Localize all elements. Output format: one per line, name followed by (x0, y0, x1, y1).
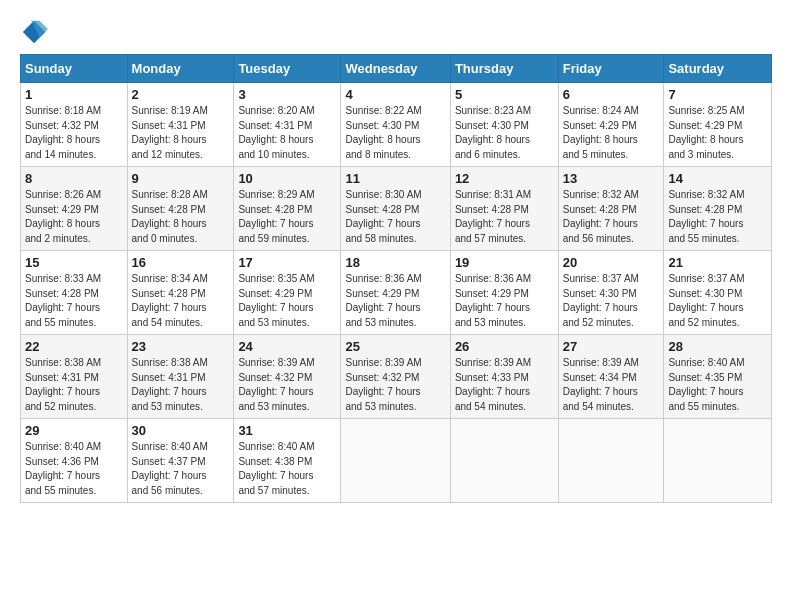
day-number: 20 (563, 255, 660, 270)
col-header-wednesday: Wednesday (341, 55, 450, 83)
calendar-cell: 10Sunrise: 8:29 AM Sunset: 4:28 PM Dayli… (234, 167, 341, 251)
day-info: Sunrise: 8:40 AM Sunset: 4:38 PM Dayligh… (238, 440, 336, 498)
logo (20, 18, 50, 46)
day-info: Sunrise: 8:36 AM Sunset: 4:29 PM Dayligh… (455, 272, 554, 330)
day-info: Sunrise: 8:39 AM Sunset: 4:34 PM Dayligh… (563, 356, 660, 414)
calendar-cell: 4Sunrise: 8:22 AM Sunset: 4:30 PM Daylig… (341, 83, 450, 167)
day-number: 22 (25, 339, 123, 354)
calendar-cell (664, 419, 772, 503)
calendar-cell: 17Sunrise: 8:35 AM Sunset: 4:29 PM Dayli… (234, 251, 341, 335)
day-number: 26 (455, 339, 554, 354)
calendar-cell: 27Sunrise: 8:39 AM Sunset: 4:34 PM Dayli… (558, 335, 664, 419)
day-number: 9 (132, 171, 230, 186)
day-number: 17 (238, 255, 336, 270)
calendar-week-5: 29Sunrise: 8:40 AM Sunset: 4:36 PM Dayli… (21, 419, 772, 503)
day-info: Sunrise: 8:23 AM Sunset: 4:30 PM Dayligh… (455, 104, 554, 162)
calendar-cell: 11Sunrise: 8:30 AM Sunset: 4:28 PM Dayli… (341, 167, 450, 251)
day-number: 1 (25, 87, 123, 102)
day-info: Sunrise: 8:20 AM Sunset: 4:31 PM Dayligh… (238, 104, 336, 162)
day-info: Sunrise: 8:18 AM Sunset: 4:32 PM Dayligh… (25, 104, 123, 162)
day-number: 7 (668, 87, 767, 102)
day-number: 11 (345, 171, 445, 186)
calendar-cell: 30Sunrise: 8:40 AM Sunset: 4:37 PM Dayli… (127, 419, 234, 503)
calendar-week-1: 1Sunrise: 8:18 AM Sunset: 4:32 PM Daylig… (21, 83, 772, 167)
day-info: Sunrise: 8:28 AM Sunset: 4:28 PM Dayligh… (132, 188, 230, 246)
calendar-cell: 6Sunrise: 8:24 AM Sunset: 4:29 PM Daylig… (558, 83, 664, 167)
day-number: 30 (132, 423, 230, 438)
day-number: 25 (345, 339, 445, 354)
calendar-cell: 7Sunrise: 8:25 AM Sunset: 4:29 PM Daylig… (664, 83, 772, 167)
calendar-cell: 25Sunrise: 8:39 AM Sunset: 4:32 PM Dayli… (341, 335, 450, 419)
calendar-week-3: 15Sunrise: 8:33 AM Sunset: 4:28 PM Dayli… (21, 251, 772, 335)
calendar-cell: 24Sunrise: 8:39 AM Sunset: 4:32 PM Dayli… (234, 335, 341, 419)
day-info: Sunrise: 8:39 AM Sunset: 4:33 PM Dayligh… (455, 356, 554, 414)
day-info: Sunrise: 8:29 AM Sunset: 4:28 PM Dayligh… (238, 188, 336, 246)
calendar-header-row: SundayMondayTuesdayWednesdayThursdayFrid… (21, 55, 772, 83)
day-number: 10 (238, 171, 336, 186)
col-header-tuesday: Tuesday (234, 55, 341, 83)
day-info: Sunrise: 8:40 AM Sunset: 4:36 PM Dayligh… (25, 440, 123, 498)
calendar-cell (450, 419, 558, 503)
day-info: Sunrise: 8:38 AM Sunset: 4:31 PM Dayligh… (132, 356, 230, 414)
calendar-cell: 31Sunrise: 8:40 AM Sunset: 4:38 PM Dayli… (234, 419, 341, 503)
page: SundayMondayTuesdayWednesdayThursdayFrid… (0, 0, 792, 515)
logo-icon (20, 18, 48, 46)
day-number: 31 (238, 423, 336, 438)
day-info: Sunrise: 8:34 AM Sunset: 4:28 PM Dayligh… (132, 272, 230, 330)
calendar-cell: 1Sunrise: 8:18 AM Sunset: 4:32 PM Daylig… (21, 83, 128, 167)
col-header-friday: Friday (558, 55, 664, 83)
day-number: 13 (563, 171, 660, 186)
calendar-cell: 14Sunrise: 8:32 AM Sunset: 4:28 PM Dayli… (664, 167, 772, 251)
col-header-saturday: Saturday (664, 55, 772, 83)
day-info: Sunrise: 8:39 AM Sunset: 4:32 PM Dayligh… (345, 356, 445, 414)
calendar-cell: 15Sunrise: 8:33 AM Sunset: 4:28 PM Dayli… (21, 251, 128, 335)
calendar-cell: 19Sunrise: 8:36 AM Sunset: 4:29 PM Dayli… (450, 251, 558, 335)
day-info: Sunrise: 8:25 AM Sunset: 4:29 PM Dayligh… (668, 104, 767, 162)
calendar-cell: 26Sunrise: 8:39 AM Sunset: 4:33 PM Dayli… (450, 335, 558, 419)
day-info: Sunrise: 8:38 AM Sunset: 4:31 PM Dayligh… (25, 356, 123, 414)
day-info: Sunrise: 8:40 AM Sunset: 4:35 PM Dayligh… (668, 356, 767, 414)
day-info: Sunrise: 8:31 AM Sunset: 4:28 PM Dayligh… (455, 188, 554, 246)
calendar-week-4: 22Sunrise: 8:38 AM Sunset: 4:31 PM Dayli… (21, 335, 772, 419)
day-info: Sunrise: 8:37 AM Sunset: 4:30 PM Dayligh… (668, 272, 767, 330)
day-info: Sunrise: 8:30 AM Sunset: 4:28 PM Dayligh… (345, 188, 445, 246)
calendar-cell: 28Sunrise: 8:40 AM Sunset: 4:35 PM Dayli… (664, 335, 772, 419)
calendar-cell: 23Sunrise: 8:38 AM Sunset: 4:31 PM Dayli… (127, 335, 234, 419)
day-info: Sunrise: 8:36 AM Sunset: 4:29 PM Dayligh… (345, 272, 445, 330)
calendar-cell: 5Sunrise: 8:23 AM Sunset: 4:30 PM Daylig… (450, 83, 558, 167)
day-number: 16 (132, 255, 230, 270)
day-number: 19 (455, 255, 554, 270)
day-number: 8 (25, 171, 123, 186)
day-number: 15 (25, 255, 123, 270)
calendar-cell: 20Sunrise: 8:37 AM Sunset: 4:30 PM Dayli… (558, 251, 664, 335)
header (20, 18, 772, 46)
calendar-cell: 16Sunrise: 8:34 AM Sunset: 4:28 PM Dayli… (127, 251, 234, 335)
day-number: 28 (668, 339, 767, 354)
calendar-cell: 29Sunrise: 8:40 AM Sunset: 4:36 PM Dayli… (21, 419, 128, 503)
day-info: Sunrise: 8:35 AM Sunset: 4:29 PM Dayligh… (238, 272, 336, 330)
calendar-week-2: 8Sunrise: 8:26 AM Sunset: 4:29 PM Daylig… (21, 167, 772, 251)
calendar-cell (558, 419, 664, 503)
day-info: Sunrise: 8:26 AM Sunset: 4:29 PM Dayligh… (25, 188, 123, 246)
calendar-cell: 21Sunrise: 8:37 AM Sunset: 4:30 PM Dayli… (664, 251, 772, 335)
day-number: 4 (345, 87, 445, 102)
calendar-cell: 8Sunrise: 8:26 AM Sunset: 4:29 PM Daylig… (21, 167, 128, 251)
col-header-sunday: Sunday (21, 55, 128, 83)
day-number: 23 (132, 339, 230, 354)
day-number: 14 (668, 171, 767, 186)
calendar-cell: 22Sunrise: 8:38 AM Sunset: 4:31 PM Dayli… (21, 335, 128, 419)
day-info: Sunrise: 8:32 AM Sunset: 4:28 PM Dayligh… (563, 188, 660, 246)
calendar-cell (341, 419, 450, 503)
day-number: 5 (455, 87, 554, 102)
day-number: 2 (132, 87, 230, 102)
calendar-table: SundayMondayTuesdayWednesdayThursdayFrid… (20, 54, 772, 503)
calendar-cell: 3Sunrise: 8:20 AM Sunset: 4:31 PM Daylig… (234, 83, 341, 167)
calendar-cell: 9Sunrise: 8:28 AM Sunset: 4:28 PM Daylig… (127, 167, 234, 251)
day-number: 12 (455, 171, 554, 186)
calendar-cell: 12Sunrise: 8:31 AM Sunset: 4:28 PM Dayli… (450, 167, 558, 251)
day-number: 27 (563, 339, 660, 354)
day-number: 3 (238, 87, 336, 102)
day-number: 6 (563, 87, 660, 102)
calendar-cell: 13Sunrise: 8:32 AM Sunset: 4:28 PM Dayli… (558, 167, 664, 251)
calendar-cell: 2Sunrise: 8:19 AM Sunset: 4:31 PM Daylig… (127, 83, 234, 167)
